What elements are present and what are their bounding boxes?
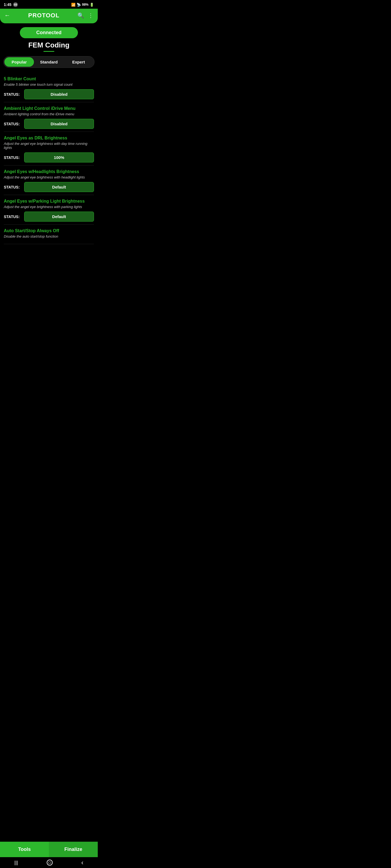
- status-row-5-blinker: STATUS: Disabled: [4, 89, 94, 99]
- tab-popular[interactable]: Popular: [4, 57, 34, 67]
- battery-percentage: 98%: [82, 3, 88, 6]
- feature-title-angel-drl: Angel Eyes as DRL Brightness: [4, 135, 94, 141]
- status-value-angel-headlights[interactable]: Default: [24, 182, 94, 192]
- header-icons: 🔍 ⋮: [77, 12, 93, 19]
- content-area: 5 Blinker Count Enable 5 blinker one tou…: [0, 73, 98, 266]
- tab-standard[interactable]: Standard: [34, 57, 63, 67]
- status-row-angel-drl: STATUS: 100%: [4, 152, 94, 162]
- status-row-ambient: STATUS: Disabled: [4, 119, 94, 129]
- feature-desc-angel-parking: Adjust the angel eye brightness with par…: [4, 205, 94, 209]
- app-title: PROTOOL: [28, 12, 59, 19]
- feature-desc-5-blinker: Enable 5 blinker one touch turn signal c…: [4, 83, 94, 87]
- status-bar: 1:45 69 📶 📡 98% 🔋: [0, 0, 98, 9]
- feature-title-ambient: Ambient Light Control iDrive Menu: [4, 106, 94, 111]
- back-button[interactable]: ←: [4, 12, 10, 19]
- status-row-angel-headlights: STATUS: Default: [4, 182, 94, 192]
- status-label-angel-drl: STATUS:: [4, 155, 22, 160]
- more-options-icon[interactable]: ⋮: [88, 12, 93, 19]
- status-label-5-blinker: STATUS:: [4, 92, 22, 97]
- status-label-ambient: STATUS:: [4, 122, 22, 126]
- status-right: 📶 📡 98% 🔋: [71, 3, 94, 7]
- title-divider: [44, 51, 54, 52]
- tab-expert[interactable]: Expert: [64, 57, 93, 67]
- signal-icon: 📡: [77, 3, 81, 7]
- status-row-angel-parking: STATUS: Default: [4, 212, 94, 222]
- status-value-ambient[interactable]: Disabled: [24, 119, 94, 129]
- feature-desc-angel-drl: Adjust the angel eye brightness with day…: [4, 142, 94, 150]
- status-value-angel-parking[interactable]: Default: [24, 212, 94, 222]
- battery-icon: 🔋: [90, 3, 94, 7]
- search-icon[interactable]: 🔍: [77, 12, 84, 19]
- feature-angel-parking: Angel Eyes w/Parking Light Brightness Ad…: [4, 195, 94, 225]
- tabs-container: Popular Standard Expert: [3, 56, 94, 68]
- feature-title-angel-parking: Angel Eyes w/Parking Light Brightness: [4, 199, 94, 204]
- status-left: 1:45 69: [4, 2, 18, 7]
- status-value-5-blinker[interactable]: Disabled: [24, 89, 94, 99]
- feature-angel-headlights: Angel Eyes w/Headlights Brightness Adjus…: [4, 165, 94, 195]
- notification-badge: 69: [13, 2, 18, 7]
- feature-desc-angel-headlights: Adjust the angel eye brightness with hea…: [4, 175, 94, 179]
- feature-title-5-blinker: 5 Blinker Count: [4, 76, 94, 82]
- feature-auto-start-stop: Auto Start/Stop Always Off Disable the a…: [4, 225, 94, 244]
- status-time: 1:45: [4, 2, 11, 7]
- feature-desc-ambient: Ambient lighting control from the iDrive…: [4, 112, 94, 116]
- feature-desc-auto-start-stop: Disable the auto start/stop function: [4, 235, 94, 239]
- page-title: FEM Coding: [0, 41, 98, 50]
- status-value-angel-drl[interactable]: 100%: [24, 152, 94, 162]
- feature-5-blinker: 5 Blinker Count Enable 5 blinker one tou…: [4, 73, 94, 102]
- feature-ambient-light: Ambient Light Control iDrive Menu Ambien…: [4, 102, 94, 132]
- status-label-angel-headlights: STATUS:: [4, 185, 22, 189]
- status-label-angel-parking: STATUS:: [4, 215, 22, 219]
- feature-title-angel-headlights: Angel Eyes w/Headlights Brightness: [4, 169, 94, 174]
- wifi-icon: 📶: [71, 3, 76, 7]
- feature-angel-drl: Angel Eyes as DRL Brightness Adjust the …: [4, 132, 94, 165]
- connected-badge: Connected: [20, 27, 78, 38]
- app-header: ← PROTOOL 🔍 ⋮: [0, 9, 98, 23]
- feature-title-auto-start-stop: Auto Start/Stop Always Off: [4, 228, 94, 233]
